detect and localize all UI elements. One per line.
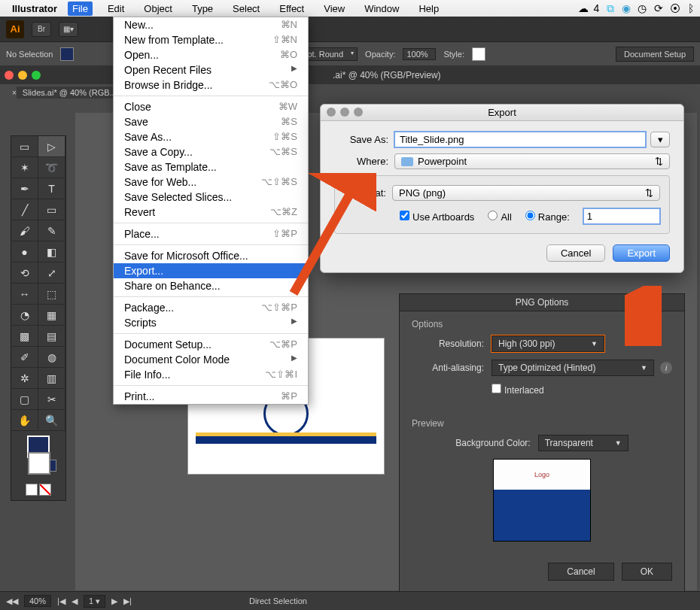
opacity-input[interactable] [403,48,436,60]
menu-effect[interactable]: Effect [275,2,309,16]
nav-last-icon[interactable]: ▶| [123,596,132,606]
fill-swatch[interactable] [60,47,74,61]
mesh-tool[interactable]: ▩ [11,326,38,347]
artboard-nav[interactable]: 1 ▾ [84,595,105,608]
file-menu-item[interactable]: Save As...⇧⌘S [114,129,308,144]
zoom-window-icon[interactable] [32,71,41,80]
app-name[interactable]: Illustrator [12,3,57,14]
range-radio[interactable]: Range: [525,211,570,223]
file-menu-item[interactable]: Package...⌥⇧⌘P [114,300,308,315]
sync-icon[interactable]: ⟳ [654,2,663,14]
file-menu-item[interactable]: Scripts▶ [114,315,308,330]
minimize-icon[interactable] [18,71,27,80]
magic-wand-tool[interactable]: ✶ [11,157,38,178]
ok-button[interactable]: OK [622,563,672,581]
menu-help[interactable]: Help [414,2,443,16]
blend-tool[interactable]: ◍ [38,347,65,368]
range-input[interactable] [583,208,660,224]
file-menu-item[interactable]: Save⌘S [114,114,308,129]
circle-icon[interactable]: ◉ [622,2,631,14]
file-menu-item[interactable]: Save a Copy...⌥⌘S [114,144,308,159]
menu-window[interactable]: Window [360,2,403,16]
menu-file[interactable]: File [68,2,93,16]
dropbox-icon[interactable]: ⧉ [607,2,614,14]
gradient-tool[interactable]: ▤ [38,326,65,347]
bluetooth-icon[interactable]: ᛒ [688,2,694,14]
file-menu-item[interactable]: New from Template...⇧⌘N [114,32,308,47]
file-menu-item[interactable]: Export... [114,263,308,278]
blob-brush-tool[interactable]: ● [11,241,38,263]
nav-first-icon[interactable]: |◀ [57,596,65,606]
eraser-tool[interactable]: ◧ [38,241,65,263]
clock-icon[interactable]: ◷ [638,2,647,14]
file-menu-item[interactable]: Document Setup...⌥⌘P [114,337,308,352]
minimize-icon[interactable] [340,108,349,117]
line-tool[interactable]: ╱ [11,199,38,220]
rectangle-tool[interactable]: ▭ [38,199,65,220]
file-menu-item[interactable]: Save for Microsoft Office... [114,248,308,263]
file-menu-item[interactable]: Save for Web...⌥⇧⌘S [114,175,308,190]
close-icon[interactable] [5,71,14,80]
interlaced-checkbox[interactable]: Interlaced [492,384,544,396]
slice-tool[interactable]: ✂ [38,389,65,410]
zoom-level[interactable]: 40% [24,595,51,607]
file-menu-item[interactable]: File Info...⌥⇧⌘I [114,367,308,382]
menu-type[interactable]: Type [187,2,218,16]
pencil-tool[interactable]: ✎ [38,220,65,241]
menu-select[interactable]: Select [228,2,264,16]
paintbrush-tool[interactable]: 🖌 [11,220,38,241]
doc-tab[interactable]: Slides.ai* @ 40% (RGB... [17,86,123,99]
file-menu-item[interactable]: Open...⌘O [114,47,308,62]
scale-tool[interactable]: ⤢ [38,263,65,284]
file-menu-item[interactable]: Revert⌥⌘Z [114,205,308,220]
mini-swatch-2[interactable] [26,484,38,496]
where-dropdown[interactable]: Powerpoint ⇅ [394,153,670,169]
format-dropdown[interactable]: PNG (png) ⇅ [392,185,660,201]
layout-button[interactable]: ▦▾ [59,22,78,37]
file-menu-item[interactable]: Open Recent Files▶ [114,62,308,77]
stroke-color-swatch[interactable] [28,452,50,475]
menu-view[interactable]: View [319,2,349,16]
document-setup-button[interactable]: Document Setup [616,47,694,62]
file-menu-item[interactable]: Browse in Bridge...⌥⌘O [114,77,308,93]
close-icon[interactable] [327,108,336,117]
style-swatch[interactable] [472,47,485,61]
pen-tool[interactable]: ✒ [11,178,38,199]
perspective-tool[interactable]: ▦ [38,305,65,326]
type-tool[interactable]: T [38,178,65,199]
file-menu-item[interactable]: Document Color Mode▶ [114,352,308,367]
width-tool[interactable]: ↔ [11,284,38,305]
bridge-button[interactable]: Br [32,22,51,37]
file-menu-item[interactable]: Save as Template... [114,159,308,175]
reveal-button[interactable]: ▾ [650,132,670,147]
cloud-icon[interactable]: ☁4 [578,2,599,14]
hand-tool[interactable]: ✋ [11,410,38,431]
free-transform-tool[interactable]: ⬚ [38,284,65,305]
column-graph-tool[interactable]: ▥ [38,368,65,389]
menu-edit[interactable]: Edit [103,2,129,16]
export-button[interactable]: Export [613,244,670,262]
cancel-button[interactable]: Cancel [546,244,605,262]
info-icon[interactable]: i [660,362,672,374]
bg-color-dropdown[interactable]: Transparent▼ [538,435,628,451]
ai-logo[interactable]: Ai [6,20,24,38]
zoom-tool[interactable]: 🔍 [38,410,65,431]
selection-tool[interactable]: ▭ [11,136,38,157]
file-menu-item[interactable]: Save Selected Slices... [114,190,308,205]
save-as-input[interactable] [394,132,646,147]
shape-builder-tool[interactable]: ◔ [11,305,38,326]
use-artboards-checkbox[interactable]: Use Artboards [400,211,474,223]
direct-selection-tool[interactable]: ▷ [38,136,65,157]
wifi-icon[interactable]: ⦿ [670,2,680,14]
resolution-dropdown[interactable]: High (300 ppi)▼ [492,335,604,352]
symbol-sprayer-tool[interactable]: ✲ [11,368,38,389]
file-menu-item[interactable]: Print...⌘P [114,389,308,404]
mini-swatch-none[interactable] [39,484,51,496]
nav-fwd-icon[interactable]: ▶ [111,596,117,606]
nav-back-icon[interactable]: ◀ [72,596,78,606]
eyedropper-tool[interactable]: ✐ [11,347,38,368]
lasso-tool[interactable]: ➰ [38,157,65,178]
artboard-tool[interactable]: ▢ [11,389,38,410]
file-menu-item[interactable]: Place...⇧⌘P [114,226,308,241]
menu-object[interactable]: Object [139,2,177,16]
